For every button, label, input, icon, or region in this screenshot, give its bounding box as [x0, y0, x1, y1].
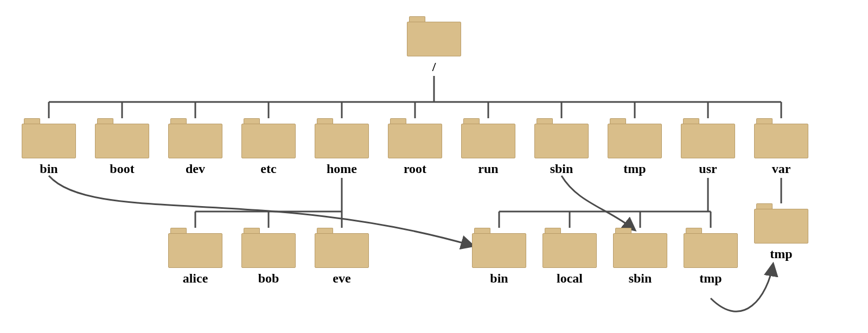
folder-node-ubin: bin [472, 228, 526, 286]
folder-label: tmp [684, 271, 738, 286]
folder-icon [407, 16, 461, 56]
folder-node-var: var [754, 118, 808, 176]
folder-node-tmp: tmp [608, 118, 662, 176]
folder-icon [95, 118, 149, 158]
folder-node-root: / [407, 16, 461, 74]
folder-icon [241, 228, 296, 268]
folder-node-usbin: sbin [613, 228, 667, 286]
folder-label: / [407, 60, 461, 74]
folder-node-run: run [461, 118, 515, 176]
folder-node-sbin: sbin [534, 118, 589, 176]
folder-node-alice: alice [168, 228, 222, 286]
folder-label: sbin [534, 162, 589, 176]
folder-icon [613, 228, 667, 268]
folder-icon [472, 228, 526, 268]
symlink-arrow [561, 176, 635, 230]
folder-node-home: home [315, 118, 369, 176]
folder-icon [315, 228, 369, 268]
folder-icon [608, 118, 662, 158]
folder-label: usr [681, 162, 735, 176]
folder-node-dev: dev [168, 118, 222, 176]
folder-icon [315, 118, 369, 158]
folder-node-bob: bob [241, 228, 296, 286]
folder-label: bin [22, 162, 76, 176]
folder-icon [168, 118, 222, 158]
folder-label: run [461, 162, 515, 176]
folder-label: home [315, 162, 369, 176]
folder-icon [542, 228, 597, 268]
folder-icon [754, 118, 808, 158]
folder-label: eve [315, 271, 369, 286]
folder-label: root [388, 162, 442, 176]
folder-icon [684, 228, 738, 268]
folder-label: dev [168, 162, 222, 176]
folder-label: bob [241, 271, 296, 286]
folder-icon [534, 118, 589, 158]
folder-label: tmp [608, 162, 662, 176]
folder-node-usr: usr [681, 118, 735, 176]
folder-label: sbin [613, 271, 667, 286]
folder-icon [388, 118, 442, 158]
folder-label: boot [95, 162, 149, 176]
folder-label: local [542, 271, 597, 286]
folder-label: tmp [754, 247, 808, 261]
folder-label: alice [168, 271, 222, 286]
folder-icon [461, 118, 515, 158]
filesystem-tree-diagram: /binbootdevetchomerootrunsbintmpusrvaral… [0, 0, 868, 333]
folder-node-utmp: tmp [684, 228, 738, 286]
folder-label: var [754, 162, 808, 176]
folder-node-vtmp: tmp [754, 203, 808, 261]
folder-node-boot: boot [95, 118, 149, 176]
folder-node-eve: eve [315, 228, 369, 286]
folder-node-bin: bin [22, 118, 76, 176]
folder-icon [241, 118, 296, 158]
folder-label: etc [241, 162, 296, 176]
folder-icon [168, 228, 222, 268]
folder-node-ulocal: local [542, 228, 597, 286]
folder-icon [754, 203, 808, 244]
folder-icon [681, 118, 735, 158]
folder-node-rootd: root [388, 118, 442, 176]
folder-label: bin [472, 271, 526, 286]
folder-node-etc: etc [241, 118, 296, 176]
folder-icon [22, 118, 76, 158]
